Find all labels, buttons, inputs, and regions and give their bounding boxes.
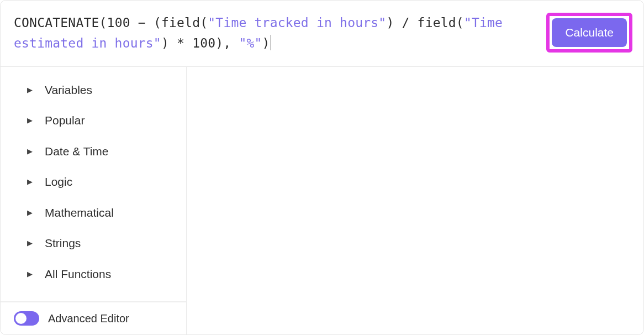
chevron-right-icon: ▶ xyxy=(27,146,33,157)
advanced-editor-label: Advanced Editor xyxy=(48,312,129,325)
chevron-right-icon: ▶ xyxy=(27,238,33,249)
chevron-right-icon: ▶ xyxy=(27,85,33,96)
text-cursor xyxy=(271,35,271,50)
category-logic[interactable]: ▶ Logic xyxy=(1,166,186,197)
category-mathematical[interactable]: ▶ Mathematical xyxy=(1,197,186,228)
calculate-highlight: Calculate xyxy=(546,13,632,53)
category-label: Mathematical xyxy=(45,204,114,222)
category-label: All Functions xyxy=(45,265,111,283)
formula-editor: CONCATENATE(100 − (field("Time tracked i… xyxy=(0,0,644,335)
chevron-right-icon: ▶ xyxy=(27,269,33,280)
category-popular[interactable]: ▶ Popular xyxy=(1,105,186,136)
details-panel xyxy=(187,67,643,334)
body: ▶ Variables ▶ Popular ▶ Date & Time ▶ Lo… xyxy=(1,67,643,334)
category-all-functions[interactable]: ▶ All Functions xyxy=(1,259,186,290)
category-variables[interactable]: ▶ Variables xyxy=(1,75,186,106)
sidebar: ▶ Variables ▶ Popular ▶ Date & Time ▶ Lo… xyxy=(1,67,187,334)
category-label: Variables xyxy=(45,81,92,99)
chevron-right-icon: ▶ xyxy=(27,207,33,218)
category-label: Popular xyxy=(45,112,85,129)
category-date-time[interactable]: ▶ Date & Time xyxy=(1,136,186,167)
chevron-right-icon: ▶ xyxy=(27,115,33,126)
formula-bar: CONCATENATE(100 − (field("Time tracked i… xyxy=(1,1,643,67)
sidebar-footer: Advanced Editor xyxy=(1,301,186,334)
category-label: Strings xyxy=(45,234,81,252)
chevron-right-icon: ▶ xyxy=(27,176,33,187)
toggle-knob xyxy=(15,313,27,324)
category-label: Date & Time xyxy=(45,143,109,160)
category-label: Logic xyxy=(45,173,72,191)
tok-concat: CONCATENATE xyxy=(14,15,99,30)
calculate-button[interactable]: Calculate xyxy=(552,18,627,47)
category-list: ▶ Variables ▶ Popular ▶ Date & Time ▶ Lo… xyxy=(1,67,186,301)
advanced-editor-toggle[interactable] xyxy=(14,311,39,326)
formula-input[interactable]: CONCATENATE(100 − (field("Time tracked i… xyxy=(14,13,546,54)
category-strings[interactable]: ▶ Strings xyxy=(1,228,186,259)
